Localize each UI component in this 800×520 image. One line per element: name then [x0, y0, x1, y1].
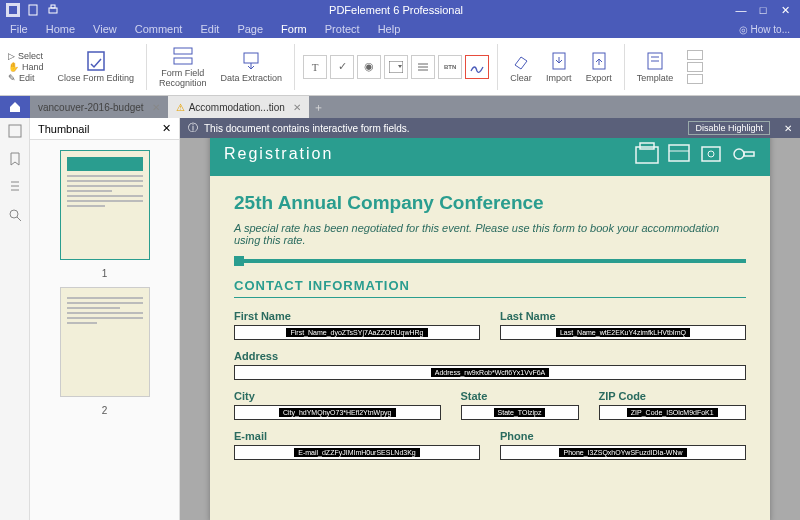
template-button[interactable]: Template — [633, 50, 678, 83]
thumbnail-close-icon[interactable]: ✕ — [162, 122, 171, 135]
menu-home[interactable]: Home — [46, 23, 75, 35]
input-address[interactable]: Address_rw9xRob*Wcfl6Yx1VvF6A — [234, 365, 746, 380]
svg-rect-18 — [9, 125, 21, 137]
export-button[interactable]: Export — [582, 50, 616, 83]
svg-rect-5 — [88, 52, 104, 70]
app-title: PDFelement 6 Professional — [60, 4, 732, 16]
sidebar — [0, 118, 30, 520]
import-button[interactable]: Import — [542, 50, 576, 83]
svg-rect-26 — [669, 145, 689, 161]
tab-vancouver[interactable]: vancouver-2016-budget✕ — [30, 96, 168, 118]
tab-accommodation[interactable]: ⚠ Accommodation...tion✕ — [168, 96, 309, 118]
list-tool[interactable] — [411, 55, 435, 79]
input-state[interactable]: State_TOlzipz — [461, 405, 579, 420]
close-form-editing-button[interactable]: Close Form Editing — [54, 50, 139, 83]
menu-file[interactable]: File — [10, 23, 28, 35]
svg-line-23 — [17, 217, 21, 221]
input-last-name[interactable]: Last_Name_wtE2EKuY4zimfkLHVtbImQ — [500, 325, 746, 340]
header-icons — [634, 141, 756, 167]
svg-rect-31 — [744, 152, 754, 156]
more-2[interactable] — [687, 62, 703, 72]
svg-rect-2 — [29, 5, 37, 15]
home-tab-button[interactable] — [0, 96, 30, 118]
bookmarks-icon[interactable] — [9, 152, 21, 166]
svg-point-30 — [734, 149, 744, 159]
menu-help[interactable]: Help — [378, 23, 401, 35]
input-city[interactable]: City_hdYMQhyO73*HEfl2YtnWpyg — [234, 405, 441, 420]
thumbnail-page-2[interactable] — [60, 287, 150, 397]
form-field-recognition-button[interactable]: Form Field Recognition — [155, 45, 211, 88]
clear-button[interactable]: Clear — [506, 50, 536, 83]
svg-rect-25 — [640, 143, 654, 149]
menu-edit[interactable]: Edit — [200, 23, 219, 35]
text-field-tool[interactable]: T — [303, 55, 327, 79]
button-tool[interactable]: BTN — [438, 55, 462, 79]
print-icon[interactable] — [46, 3, 60, 17]
tab-close-icon[interactable]: ✕ — [152, 102, 160, 113]
label-address: Address — [234, 350, 746, 362]
data-extraction-button[interactable]: Data Extraction — [217, 50, 287, 83]
thumbnail-panel: Thumbnail ✕ 1 2 — [30, 118, 180, 520]
warn-icon: ⚠ — [176, 102, 185, 113]
label-city: City — [234, 390, 441, 402]
maximize-button[interactable]: □ — [754, 4, 772, 17]
radio-tool[interactable]: ◉ — [357, 55, 381, 79]
attachments-icon[interactable] — [9, 180, 21, 194]
svg-rect-8 — [244, 53, 258, 63]
checkbox-tool[interactable]: ✓ — [330, 55, 354, 79]
info-icon: ⓘ — [188, 121, 198, 135]
menu-comment[interactable]: Comment — [135, 23, 183, 35]
thumbnail-page-1[interactable] — [60, 150, 150, 260]
app-logo-icon — [6, 3, 20, 17]
more-3[interactable] — [687, 74, 703, 84]
tool-edit[interactable]: ✎ Edit — [8, 73, 44, 83]
notify-close-icon[interactable]: ✕ — [784, 123, 792, 134]
file-new-icon[interactable] — [26, 3, 40, 17]
howto-link[interactable]: ◎ How to... — [739, 24, 790, 35]
input-phone[interactable]: Phone_I3ZSQxhOYwSFuzdIDIa-WNw — [500, 445, 746, 460]
svg-point-22 — [10, 210, 18, 218]
svg-rect-1 — [9, 6, 17, 14]
intro-text: A special rate has been negotiated for t… — [234, 222, 746, 246]
disable-highlight-button[interactable]: Disable Highlight — [688, 121, 770, 135]
tool-hand[interactable]: ✋ Hand — [8, 62, 44, 72]
thumbnail-title: Thumbnail — [38, 123, 89, 135]
search-icon[interactable] — [8, 208, 22, 222]
svg-rect-3 — [49, 8, 57, 13]
signature-tool[interactable] — [465, 55, 489, 79]
combo-tool[interactable] — [384, 55, 408, 79]
menubar: File Home View Comment Edit Page Form Pr… — [0, 20, 800, 38]
new-tab-button[interactable]: ＋ — [309, 100, 329, 115]
conference-title: 25th Annual Company Conference — [234, 192, 746, 214]
input-zip[interactable]: ZIP_Code_ISOlcM9dFoK1 — [599, 405, 747, 420]
label-first-name: First Name — [234, 310, 480, 322]
menu-form[interactable]: Form — [281, 23, 307, 35]
notify-msg: This document contains interactive form … — [204, 123, 410, 134]
page: Registration 25th Annual Company Confere… — [210, 138, 770, 520]
svg-rect-7 — [174, 58, 192, 64]
thumbnails-icon[interactable] — [8, 124, 22, 138]
svg-rect-4 — [51, 5, 55, 8]
section-contact: CONTACT INFORMATION — [234, 278, 746, 293]
input-email[interactable]: E-mail_dZZFyJIMImH0urSESLNd3Kg — [234, 445, 480, 460]
more-1[interactable] — [687, 50, 703, 60]
svg-rect-9 — [389, 61, 403, 73]
input-first-name[interactable]: First_Name_dyoZTsSYj7AaZZORUqwHRg — [234, 325, 480, 340]
label-zip: ZIP Code — [599, 390, 747, 402]
minimize-button[interactable]: — — [732, 4, 750, 17]
close-button[interactable]: ✕ — [776, 4, 794, 17]
label-last-name: Last Name — [500, 310, 746, 322]
svg-rect-28 — [702, 147, 720, 161]
menu-protect[interactable]: Protect — [325, 23, 360, 35]
menu-view[interactable]: View — [93, 23, 117, 35]
menu-page[interactable]: Page — [237, 23, 263, 35]
tab-close-icon[interactable]: ✕ — [293, 102, 301, 113]
page-header-title: Registration — [224, 145, 333, 163]
label-state: State — [461, 390, 579, 402]
notify-bar: ⓘ This document contains interactive for… — [180, 118, 800, 138]
svg-rect-6 — [174, 48, 192, 54]
svg-point-29 — [708, 151, 714, 157]
label-email: E-mail — [234, 430, 480, 442]
thumb-label-1: 1 — [102, 268, 108, 279]
tool-select[interactable]: ▷ Select — [8, 51, 44, 61]
